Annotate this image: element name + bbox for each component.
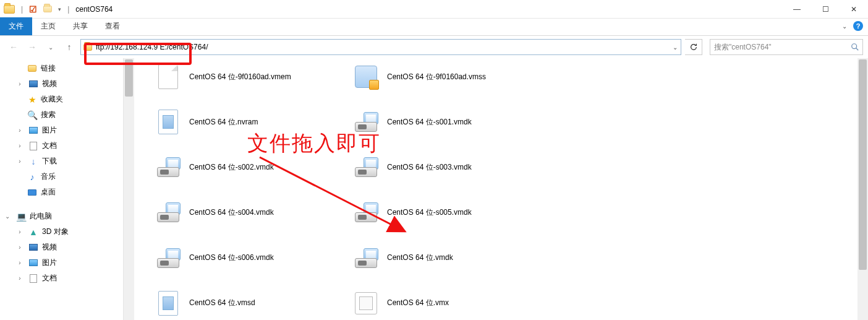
file-item[interactable]: CentOS 64 位.vmdk <box>352 243 544 273</box>
file-item[interactable]: CentOS 64 位-9f0160ad.vmss <box>352 62 544 92</box>
tree-item-label: 链接 <box>41 63 56 74</box>
tree-item-label: 下载 <box>42 156 57 166</box>
pic-icon <box>28 258 38 268</box>
3d-icon: ▲ <box>28 227 38 237</box>
refresh-button[interactable] <box>685 39 702 55</box>
ribbon-tabs: 文件 主页 共享 查看 ⌄ ? <box>0 19 868 36</box>
tree-item[interactable]: ›▲3D 对象 <box>0 224 123 240</box>
tree-item-label: 视频 <box>42 79 57 89</box>
tree-item[interactable]: ›文档 <box>0 138 123 154</box>
tree-item[interactable]: ›视频 <box>0 76 123 92</box>
file-name: CentOS 64 位-s001.vmdk <box>387 117 472 128</box>
nav-row: ← → ⌄ ↑ ⌄ <box>0 36 868 58</box>
tree-item[interactable]: ♪音乐 <box>0 169 123 184</box>
recent-dropdown[interactable]: ⌄ <box>43 40 58 54</box>
tree-item[interactable]: ⌄💻此电脑 <box>0 209 123 224</box>
tree-item[interactable]: ›视频 <box>0 240 123 255</box>
file-item[interactable]: CentOS 64 位-s004.vmdk <box>155 197 346 227</box>
file-name: CentOS 64 位-9f0160ad.vmss <box>387 72 486 82</box>
file-name: CentOS 64 位.nvram <box>189 117 258 128</box>
tab-view[interactable]: 查看 <box>96 17 129 35</box>
folder-icon <box>81 44 95 51</box>
vmdk-icon <box>155 199 182 226</box>
folder-icon <box>4 5 15 14</box>
tree-item[interactable]: ★收藏夹 <box>0 92 123 107</box>
expander-icon[interactable]: ⌄ <box>4 213 11 220</box>
vmss-icon <box>352 63 380 90</box>
expander-icon[interactable]: › <box>16 158 23 165</box>
tree-item-label: 文档 <box>42 141 57 151</box>
video-icon <box>28 243 38 253</box>
titlebar: | ☑ ▾ | centOS764 — ☐ ✕ <box>0 0 868 19</box>
search-box[interactable] <box>710 39 863 55</box>
blank-icon <box>155 63 182 90</box>
window-title: centOS764 <box>75 5 113 14</box>
tree-item[interactable]: ›图片 <box>0 123 123 138</box>
search-icon[interactable] <box>848 43 862 51</box>
tab-share[interactable]: 共享 <box>64 17 96 35</box>
file-item[interactable]: CentOS 64 位-s001.vmdk <box>352 107 544 137</box>
address-dropdown-icon[interactable]: ⌄ <box>670 44 681 51</box>
expander-icon[interactable]: › <box>16 228 23 235</box>
file-name: CentOS 64 位-s003.vmdk <box>387 162 472 173</box>
help-icon[interactable]: ? <box>853 21 863 31</box>
tree-item-label: 收藏夹 <box>41 94 63 105</box>
file-item[interactable]: CentOS 64 位-s003.vmdk <box>352 152 544 182</box>
tree-item[interactable]: ›文档 <box>0 270 123 286</box>
file-item[interactable]: CentOS 64 位.nvram <box>155 107 346 137</box>
music-icon: ♪ <box>27 172 37 182</box>
divider: | <box>67 5 69 14</box>
tree-item-label: 视频 <box>42 242 57 253</box>
file-item[interactable]: CentOS 64 位-s002.vmdk <box>155 152 346 182</box>
file-item[interactable]: CentOS 64 位.vmsd <box>155 288 346 318</box>
qat-dropdown-icon[interactable]: ▾ <box>58 6 61 12</box>
tree-item-label: 图片 <box>42 257 57 268</box>
vmdk-icon <box>155 154 182 181</box>
tree-item[interactable]: ›图片 <box>0 255 123 270</box>
back-button[interactable]: ← <box>6 40 21 54</box>
minimize-button[interactable]: — <box>783 0 811 18</box>
check-icon[interactable]: ☑ <box>29 4 37 14</box>
tree-item[interactable]: 🔍搜索 <box>0 107 123 123</box>
file-item[interactable]: CentOS 64 位-9f0160ad.vmem <box>155 62 346 92</box>
tree-item-label: 3D 对象 <box>42 227 69 237</box>
scrollbar-right[interactable] <box>857 58 868 320</box>
file-item[interactable]: CentOS 64 位-s006.vmdk <box>155 243 346 273</box>
expander-icon[interactable]: › <box>16 275 23 282</box>
maximize-button[interactable]: ☐ <box>811 0 840 18</box>
search-icon: 🔍 <box>27 110 37 120</box>
nav-tree: 链接›视频★收藏夹🔍搜索›图片›文档›↓下载♪音乐桌面⌄💻此电脑›▲3D 对象›… <box>0 58 124 320</box>
tree-item-label: 图片 <box>42 125 57 136</box>
tree-item[interactable]: 链接 <box>0 61 123 76</box>
qat: | ☑ ▾ | <box>4 4 69 14</box>
forward-button[interactable]: → <box>25 40 40 54</box>
svg-line-1 <box>856 48 859 51</box>
vmdk-icon <box>155 244 182 272</box>
address-bar[interactable]: ⌄ <box>80 39 681 55</box>
scrollbar-left[interactable] <box>124 58 134 320</box>
expander-icon[interactable]: › <box>16 244 23 251</box>
main-split: 链接›视频★收藏夹🔍搜索›图片›文档›↓下载♪音乐桌面⌄💻此电脑›▲3D 对象›… <box>0 58 868 320</box>
file-item[interactable]: CentOS 64 位.vmx <box>352 288 544 318</box>
dl-icon: ↓ <box>28 157 38 166</box>
up-button[interactable]: ↑ <box>62 40 77 54</box>
close-button[interactable]: ✕ <box>840 0 868 18</box>
folder-icon-small <box>43 6 52 12</box>
tab-file[interactable]: 文件 <box>0 17 32 35</box>
search-input[interactable] <box>710 43 848 51</box>
tree-item[interactable]: ›↓下载 <box>0 154 123 169</box>
pic-icon <box>28 126 38 136</box>
file-name: CentOS 64 位-s006.vmdk <box>189 253 274 263</box>
tree-item[interactable]: 桌面 <box>0 184 123 200</box>
expander-icon[interactable]: › <box>16 259 23 266</box>
file-item[interactable]: CentOS 64 位-s005.vmdk <box>352 197 544 227</box>
chevron-down-icon[interactable]: ⌄ <box>842 23 847 30</box>
tab-home[interactable]: 主页 <box>32 17 64 35</box>
expander-icon[interactable]: › <box>16 142 23 149</box>
expander-icon[interactable]: › <box>16 80 23 87</box>
file-pane: 文件拖入即可 CentOS 64 位-9f0160ad.vmemCentOS 6… <box>124 58 868 320</box>
expander-icon[interactable]: › <box>16 127 23 134</box>
vmdk-icon <box>352 154 380 181</box>
vmsd-icon <box>155 290 182 317</box>
address-input[interactable] <box>95 40 670 54</box>
